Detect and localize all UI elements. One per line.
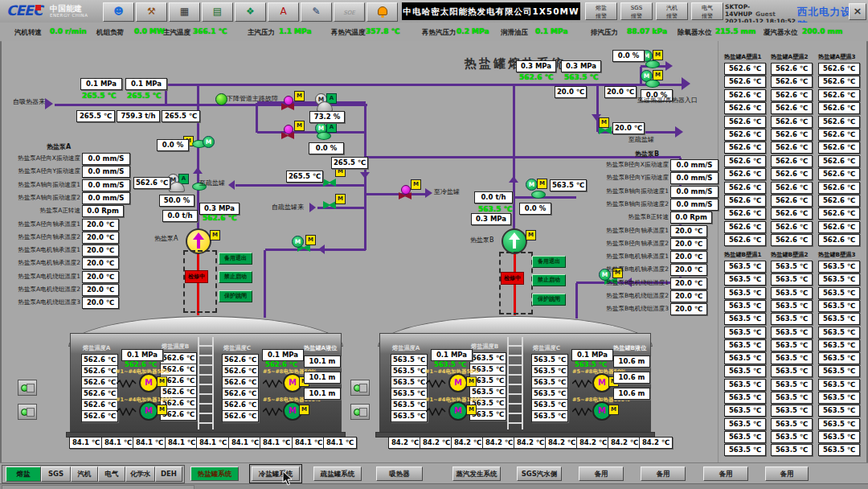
pump-param-label: 热盐泵A电机绕组温度3 <box>0 298 80 306</box>
nav-system-备用[interactable]: 备用 <box>703 466 748 481</box>
pump-param-value: 20.0 ℃ <box>670 290 707 302</box>
pump-param-value: 20.0 ℃ <box>82 284 119 296</box>
outlet-valve-1[interactable] <box>645 60 660 68</box>
tank-b-heater-50-motor[interactable]: M <box>448 373 468 392</box>
tank-a-bottom-temp: 84.1 ℃ <box>323 437 357 449</box>
outlet-valve-2[interactable] <box>645 80 660 88</box>
tank-a-temp-col-header-3: 熔盐温度C <box>223 344 251 352</box>
nav-unit-化学水[interactable]: 化学水 <box>125 466 155 482</box>
wall-temp-header: 热盐罐B壁温1 <box>724 251 761 259</box>
pump-a-standby-exit-button[interactable]: 备用退出 <box>219 253 252 265</box>
value-box: 0.1 MPa <box>125 78 167 90</box>
value-box: 0.0 t/h <box>162 210 198 222</box>
tank-b-bottom-temp: 84.2 ℃ <box>420 437 453 449</box>
pump-a-maintenance-tag: 检修中 <box>185 270 208 283</box>
wall-temp-value: 562.6 ℃ <box>818 116 860 128</box>
tank-b-bottom-temp: 84.2 ℃ <box>482 437 516 449</box>
nav-system-备用[interactable]: 备用 <box>579 466 624 481</box>
wall-temp-value: 563.5 ℃ <box>724 313 766 325</box>
wall-temp-value: 563.5 ℃ <box>818 418 860 430</box>
tank-a-bottom-temp: 84.1 ℃ <box>196 437 230 449</box>
green-value-text: 562.6 ℃ <box>519 73 554 81</box>
pump-b-protection-trip-button[interactable]: 保护跳闸 <box>532 294 566 306</box>
pump-param-value: 20.0 ℃ <box>670 277 707 290</box>
nav-unit-熔盐[interactable]: 熔盐 <box>6 466 41 482</box>
to-drain-pipe <box>235 184 366 187</box>
wall-temp-value: 563.5 ℃ <box>771 273 813 286</box>
nav-system-热盐罐系统[interactable]: 热盐罐系统 <box>190 466 239 481</box>
wall-temp-value: 562.6 ℃ <box>771 142 813 154</box>
tank-b-heater-100-motor[interactable]: M <box>448 401 468 421</box>
pump-param-value: 20.0 ℃ <box>670 264 707 276</box>
pump-b-standby-exit-button[interactable]: 备用退出 <box>532 256 566 268</box>
motor-m-box-icon: M <box>653 50 663 60</box>
wall-temp-value: 563.5 ℃ <box>818 300 860 312</box>
pump-b-recirc-valve[interactable] <box>531 191 546 199</box>
tank-a-temp-value: 562.6 ℃ <box>81 354 118 366</box>
tank-a-ladder <box>198 337 214 429</box>
bottom-strip <box>0 483 868 489</box>
wall-temp-value: 563.5 ℃ <box>818 392 860 404</box>
to-cold-tank-valve[interactable] <box>399 185 411 199</box>
pump-param-label: 热盐泵A径向Y振动速度 <box>0 167 80 175</box>
tank-b-bottom-temp: 84.2 ℃ <box>514 437 547 449</box>
field-instrument-icon <box>18 404 37 420</box>
pump-param-label: 热盐泵A径向轴承温度1 <box>0 220 80 228</box>
bottom-strip-segment <box>2 485 194 489</box>
ar-arrow-r <box>665 61 673 71</box>
vo[interactable] <box>317 132 331 140</box>
tank-a-heater-100-motor[interactable]: M <box>139 401 158 421</box>
pump-b[interactable] <box>502 228 527 254</box>
bypass-valve-1[interactable] <box>281 96 294 110</box>
nav-system-备用[interactable]: 备用 <box>765 466 809 481</box>
diagram-label: 热盐泵B <box>470 236 494 244</box>
tank-b-level-value: 10.6 m <box>613 372 650 384</box>
nav-system-吸热器[interactable]: 吸热器 <box>376 466 423 481</box>
tank-a-heater-50-motor[interactable]: M <box>139 373 158 392</box>
tank-b-heater-element-icon <box>572 380 593 388</box>
pump-param-label: 热盐泵A径向轴承温度2 <box>0 233 80 241</box>
nav-unit-DEH[interactable]: DEH <box>155 466 182 482</box>
wall-temp-value: 562.6 ℃ <box>818 102 860 114</box>
mouse-cursor <box>282 471 293 487</box>
nav-system-SGS汽水侧[interactable]: SGS汽水侧 <box>517 466 562 481</box>
nav-unit-SGS[interactable]: SGS <box>41 466 71 482</box>
bypass-valve-2[interactable] <box>281 125 294 139</box>
pump-param-value: 20.0 ℃ <box>670 225 707 237</box>
nav-system-疏盐罐系统[interactable]: 疏盐罐系统 <box>313 466 362 481</box>
field-instrument-icon <box>350 380 370 396</box>
wall-temp-value: 562.6 ℃ <box>818 234 860 246</box>
instrument-body <box>27 384 35 392</box>
wall-temp-value: 563.5 ℃ <box>818 444 860 456</box>
tank-a-heater-element-icon <box>263 408 284 416</box>
wall-temp-value: 562.6 ℃ <box>818 221 860 233</box>
pump-a-start-inhibit-button[interactable]: 禁止启动 <box>219 271 252 283</box>
pump-param-label: 热盐泵A电机轴承温度2 <box>0 259 80 267</box>
pump-param-label: 热盐泵B轴向振动速度2 <box>583 200 669 208</box>
bypass-valve-1-ball <box>284 96 293 105</box>
wall-temp-value: 563.5 ℃ <box>771 405 813 417</box>
tank-a-bottom-temp: 84.1 ℃ <box>228 437 262 449</box>
wall-temp-value: 563.5 ℃ <box>724 300 766 312</box>
wall-temp-value: 562.6 ℃ <box>724 168 766 180</box>
nav-system-蒸汽发生系统[interactable]: 蒸汽发生系统 <box>452 466 501 481</box>
pump-a-protection-trip-button[interactable]: 保护跳闸 <box>219 290 252 302</box>
tank-a-heater-element-icon <box>117 408 137 416</box>
nav-unit-汽机[interactable]: 汽机 <box>71 466 98 482</box>
pump-b-start-inhibit-button[interactable]: 禁止启动 <box>532 274 566 286</box>
value-box: 0.0 % <box>612 50 645 62</box>
wall-temp-value: 562.6 ℃ <box>724 76 766 88</box>
pump-param-value: 0.0 mm/S <box>670 159 719 171</box>
tank-a-heater-element-icon <box>117 380 137 388</box>
pump-param-label: 热盐泵B电机轴承温度2 <box>583 265 669 273</box>
wall-temp-value: 563.5 ℃ <box>818 287 860 299</box>
tank-a-bottom-temp: 84.1 ℃ <box>101 437 135 449</box>
wall-temp-value: 562.6 ℃ <box>771 102 813 114</box>
nav-system-备用[interactable]: 备用 <box>641 466 686 481</box>
instrument-body <box>27 408 35 417</box>
wall-temp-value: 563.5 ℃ <box>771 339 813 351</box>
wall-temp-value: 563.5 ℃ <box>724 327 766 339</box>
nav-unit-电气[interactable]: 电气 <box>98 466 125 482</box>
wall-temp-value: 563.5 ℃ <box>818 273 860 286</box>
ar-arrow-d <box>360 172 370 179</box>
